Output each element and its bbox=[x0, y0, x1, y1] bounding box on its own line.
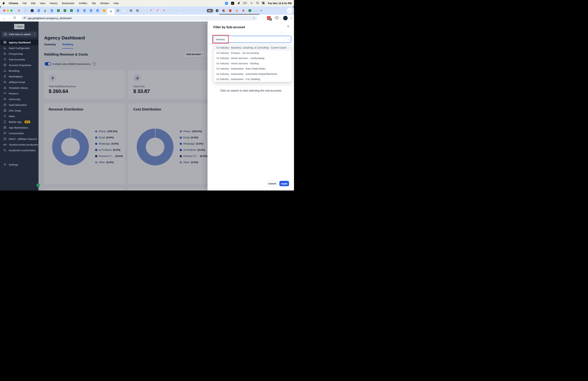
subaccount-option[interactable]: V2 Industry - Automotive - Automotive Re… bbox=[214, 71, 292, 77]
sidebar-item-app-marketplace[interactable]: App Marketplace bbox=[0, 125, 38, 131]
sidebar-item-daily-affiliate-channel[interactable]: DAILY - Affiliate Channel bbox=[0, 136, 38, 142]
browser-tab-globe-icon[interactable] bbox=[134, 6, 141, 15]
sidebar-item-settings[interactable]: Settings bbox=[0, 162, 38, 167]
browser-tab-x-icon[interactable]: X bbox=[107, 8, 114, 15]
tabstrip-scrollbar[interactable] bbox=[219, 14, 259, 15]
browser-tab-arrows-icon[interactable]: ↑↑↑ bbox=[141, 6, 147, 15]
menubar-menu-history[interactable]: History bbox=[50, 2, 57, 5]
browser-tab-globe-icon[interactable] bbox=[127, 6, 134, 15]
browser-tab-redshare-icon[interactable]: ↗ bbox=[227, 6, 233, 15]
browser-tab-drive-icon[interactable] bbox=[42, 6, 48, 15]
browser-tab-clickup-icon[interactable] bbox=[147, 6, 154, 15]
control-center-icon[interactable] bbox=[262, 1, 265, 5]
window-close-button[interactable] bbox=[3, 9, 5, 12]
browser-tab-arrows-icon[interactable]: ↑↑↑ bbox=[253, 6, 260, 15]
browser-tab-clickup-icon[interactable] bbox=[154, 6, 160, 15]
profile-avatar[interactable]: ↑↑↑ bbox=[283, 16, 288, 20]
browser-tab-arrows-icon[interactable]: ↑↑↑ bbox=[180, 6, 186, 15]
menubar-menu-tab[interactable]: Tab bbox=[92, 2, 96, 5]
browser-tab-rainbow-icon[interactable] bbox=[220, 6, 227, 15]
browser-tab-docs-icon[interactable] bbox=[94, 6, 101, 15]
menubar-menu-edit[interactable]: Edit bbox=[31, 2, 35, 5]
cancel-button[interactable]: Cancel bbox=[267, 181, 277, 186]
sidebar-item-communities[interactable]: Communities bbox=[0, 131, 38, 136]
menubar-menu-chrome[interactable]: Chrome bbox=[9, 2, 18, 5]
browser-tab-sheets-icon[interactable]: + bbox=[55, 6, 62, 15]
back-button[interactable]: ← bbox=[2, 16, 7, 20]
extensions-puzzle-icon[interactable] bbox=[275, 16, 278, 20]
browser-tab-docs-icon[interactable] bbox=[88, 6, 94, 15]
sidebar-item-partners[interactable]: Partners bbox=[0, 91, 38, 96]
sidebar-item-university[interactable]: University bbox=[0, 96, 38, 102]
sidebar-item-locationid-customvalue[interactable]: locationId customValue bbox=[0, 147, 38, 153]
browser-tab-sheets-icon[interactable]: + bbox=[68, 6, 75, 15]
browser-tab-docs-icon[interactable] bbox=[81, 6, 88, 15]
wifi-icon[interactable] bbox=[250, 2, 253, 5]
menubar-menu-window[interactable]: Window bbox=[100, 2, 109, 5]
browser-tab-arrows-icon[interactable]: ↑↑↑ bbox=[199, 6, 206, 15]
sidebar-item-location-tester-production[interactable]: 知乎location-tester-production bbox=[0, 142, 38, 147]
menubar-menu-help[interactable]: Help bbox=[113, 2, 119, 5]
subaccount-option[interactable]: V2 Industry - Finance - Tax Accounting bbox=[214, 50, 292, 56]
subaccount-option[interactable]: V2 Industry - Automotive - Auto Dealer/S… bbox=[214, 66, 292, 71]
browser-tab-calendar-icon[interactable]: 12 bbox=[22, 6, 29, 15]
chrome-menu-icon[interactable]: ⋮ bbox=[290, 17, 293, 20]
menubar-menu-view[interactable]: View bbox=[40, 2, 45, 5]
browser-tab-greenplus-icon[interactable]: + bbox=[247, 6, 253, 15]
tab-search-button[interactable] bbox=[287, 8, 292, 13]
sidebar-item-mobile-app[interactable]: Mobile AppNew bbox=[0, 119, 38, 125]
browser-tab-agency-icon[interactable]: Agency bbox=[121, 6, 127, 15]
browser-tab-orangedots-icon[interactable] bbox=[233, 6, 240, 15]
sidebar-item-saas-education[interactable]: SaaS Education bbox=[0, 102, 38, 108]
forward-button[interactable]: → bbox=[7, 16, 12, 20]
reload-button[interactable] bbox=[12, 16, 17, 20]
spotlight-search-icon[interactable] bbox=[256, 1, 259, 5]
browser-tab-dev-icon[interactable]: Dev bbox=[206, 6, 214, 15]
sidebar-item-saas-configurator[interactable]: SaaS Configurator bbox=[0, 45, 38, 51]
browser-tab-docs-icon[interactable] bbox=[48, 6, 55, 15]
url-text[interactable]: app.gohighlevel.com/agency_dashboard/ bbox=[28, 17, 71, 20]
menubar-menu-bookmarks[interactable]: Bookmarks bbox=[62, 2, 74, 5]
apply-button[interactable]: Apply bbox=[279, 181, 289, 186]
sidebar-item-agency-dashboard[interactable]: Agency Dashboard bbox=[0, 40, 38, 45]
sidebar-item-reselling[interactable]: Reselling bbox=[0, 68, 38, 74]
kangaroo-app-icon[interactable] bbox=[237, 1, 240, 5]
address-bar[interactable]: app.gohighlevel.com/agency_dashboard/ ☆ bbox=[21, 16, 257, 21]
browser-tab-sheets-icon[interactable]: + bbox=[62, 6, 68, 15]
subaccount-option[interactable]: V2 Industry - Business, Coaching, & Cons… bbox=[214, 45, 292, 50]
sidebar-item-ghl-swag[interactable]: GHL Swag bbox=[0, 108, 38, 113]
zoom-app-icon[interactable]: zm bbox=[225, 2, 228, 5]
subaccount-option[interactable]: V2 Industry - Home Services - Landscapin… bbox=[214, 56, 292, 61]
launcher-app-icon[interactable]: ▲ bbox=[231, 2, 234, 5]
browser-tab-camera-icon[interactable] bbox=[114, 6, 121, 15]
browser-tab-arrows-icon[interactable]: ↑↑↑ bbox=[173, 6, 180, 15]
sidebar-item-template-library[interactable]: Template Library bbox=[0, 85, 38, 91]
window-zoom-button[interactable] bbox=[10, 9, 13, 12]
sidebar-item-marketplace[interactable]: Marketplace bbox=[0, 74, 38, 79]
extension-icon-red[interactable]: •••2 bbox=[267, 16, 271, 20]
browser-tab-redstar-icon[interactable] bbox=[240, 6, 247, 15]
window-minimize-button[interactable] bbox=[7, 9, 9, 12]
sidebar-item-ideas[interactable]: Ideas bbox=[0, 113, 38, 119]
browser-tab-arrows-icon[interactable]: ↑↑↑ bbox=[186, 6, 193, 15]
browser-tab-gmail-icon[interactable]: M bbox=[16, 6, 22, 15]
browser-tab-docs-icon[interactable] bbox=[75, 6, 81, 15]
sidebar-item-affiliate-portal[interactable]: Affiliate Portal bbox=[0, 79, 38, 85]
close-icon[interactable]: × bbox=[286, 24, 291, 29]
new-tab-button[interactable]: + bbox=[259, 8, 263, 13]
site-settings-icon[interactable] bbox=[23, 17, 26, 20]
browser-tab-alert-icon[interactable]: ! bbox=[101, 6, 107, 15]
account-switcher-button[interactable]: Click here to switch bbox=[2, 31, 37, 37]
browser-tab-clickup-icon[interactable] bbox=[160, 6, 167, 15]
browser-tab-ghl-dark-icon[interactable] bbox=[29, 6, 35, 15]
subaccount-option[interactable]: V2 Industry - Home Services - Roofing bbox=[214, 61, 292, 66]
apple-icon[interactable] bbox=[2, 1, 5, 5]
subaccount-option[interactable]: V2 Industry - Automotive - Car Detailing bbox=[214, 77, 292, 82]
browser-tab-docs-icon[interactable] bbox=[35, 6, 42, 15]
sidebar-item-prospecting[interactable]: Prospecting bbox=[0, 51, 38, 57]
sidebar-item-sub-accounts[interactable]: Sub-Accounts bbox=[0, 57, 38, 62]
menubar-menu-file[interactable]: File bbox=[23, 2, 27, 5]
browser-tab-github-icon[interactable] bbox=[214, 6, 220, 15]
sidebar-item-account-snapshots[interactable]: Account Snapshots bbox=[0, 62, 38, 68]
menubar-menu-profiles[interactable]: Profiles bbox=[79, 2, 87, 5]
